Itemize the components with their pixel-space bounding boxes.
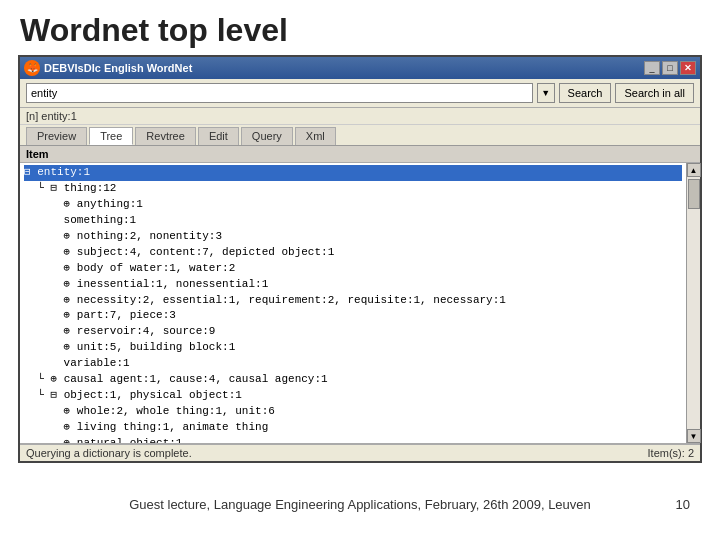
tab-revtree[interactable]: Revtree	[135, 127, 196, 145]
close-button[interactable]: ✕	[680, 61, 696, 75]
slide-title: Wordnet top level	[0, 0, 720, 55]
tree-line[interactable]: └ ⊟ object:1, physical object:1	[24, 388, 682, 404]
window-title: DEBVIsDIc English WordNet	[44, 62, 192, 74]
tab-query[interactable]: Query	[241, 127, 293, 145]
scroll-up-button[interactable]: ▲	[687, 163, 701, 177]
tree-line[interactable]: ⊕ whole:2, whole thing:1, unit:6	[24, 404, 682, 420]
tree-scroll[interactable]: ⊟ entity:1 └ ⊟ thing:12 ⊕ anything:1 som…	[20, 163, 686, 443]
tab-preview[interactable]: Preview	[26, 127, 87, 145]
tree-header: Item	[20, 146, 700, 163]
tree-area: ⊟ entity:1 └ ⊟ thing:12 ⊕ anything:1 som…	[20, 163, 700, 443]
tree-line[interactable]: ⊟ entity:1	[24, 165, 682, 181]
tree-line[interactable]: └ ⊕ causal agent:1, cause:4, causal agen…	[24, 372, 682, 388]
window-controls: _ □ ✕	[644, 61, 696, 75]
tree-line[interactable]: ⊕ necessity:2, essential:1, requirement:…	[24, 293, 682, 309]
app-icon: 🦊	[24, 60, 40, 76]
slide-footer: Guest lecture, Language Engineering Appl…	[0, 497, 720, 512]
tab-tree[interactable]: Tree	[89, 127, 133, 145]
tree-line[interactable]: ⊕ reservoir:4, source:9	[24, 324, 682, 340]
tree-line[interactable]: ⊕ part:7, piece:3	[24, 308, 682, 324]
scroll-track[interactable]	[687, 177, 700, 429]
tree-line[interactable]: variable:1	[24, 356, 682, 372]
tree-line[interactable]: ⊕ inessential:1, nonessential:1	[24, 277, 682, 293]
application-window: 🦊 DEBVIsDIc English WordNet _ □ ✕ ▼ Sear…	[18, 55, 702, 463]
toolbar: ▼ Search Search in all	[20, 79, 700, 108]
tree-line[interactable]: ⊕ living thing:1, animate thing	[24, 420, 682, 436]
info-row: [n] entity:1	[20, 108, 700, 125]
tree-line[interactable]: ⊕ anything:1	[24, 197, 682, 213]
slide-page-number: 10	[676, 497, 690, 512]
minimize-button[interactable]: _	[644, 61, 660, 75]
search-button[interactable]: Search	[559, 83, 612, 103]
tab-bar: Preview Tree Revtree Edit Query Xml	[20, 125, 700, 146]
tree-line[interactable]: something:1	[24, 213, 682, 229]
tree-line[interactable]: └ ⊟ thing:12	[24, 181, 682, 197]
item-count: Item(s): 2	[648, 447, 694, 459]
tab-xml[interactable]: Xml	[295, 127, 336, 145]
tree-line[interactable]: ⊕ subject:4, content:7, depicted object:…	[24, 245, 682, 261]
scroll-thumb[interactable]	[688, 179, 700, 209]
status-bar: Querying a dictionary is complete. Item(…	[20, 444, 700, 461]
tree-content: ⊟ entity:1 └ ⊟ thing:12 ⊕ anything:1 som…	[20, 163, 686, 443]
title-bar-left: 🦊 DEBVIsDIc English WordNet	[24, 60, 192, 76]
status-text: Querying a dictionary is complete.	[26, 447, 192, 459]
search-in-all-button[interactable]: Search in all	[615, 83, 694, 103]
scrollbar[interactable]: ▲ ▼	[686, 163, 700, 443]
search-input[interactable]	[26, 83, 533, 103]
maximize-button[interactable]: □	[662, 61, 678, 75]
tree-line[interactable]: ⊕ body of water:1, water:2	[24, 261, 682, 277]
tree-line[interactable]: ⊕ nothing:2, nonentity:3	[24, 229, 682, 245]
dropdown-button[interactable]: ▼	[537, 83, 555, 103]
scroll-down-button[interactable]: ▼	[687, 429, 701, 443]
tree-line[interactable]: ⊕ unit:5, building block:1	[24, 340, 682, 356]
tab-edit[interactable]: Edit	[198, 127, 239, 145]
title-bar: 🦊 DEBVIsDIc English WordNet _ □ ✕	[20, 57, 700, 79]
tree-line[interactable]: ⊕ natural object:1	[24, 436, 682, 443]
